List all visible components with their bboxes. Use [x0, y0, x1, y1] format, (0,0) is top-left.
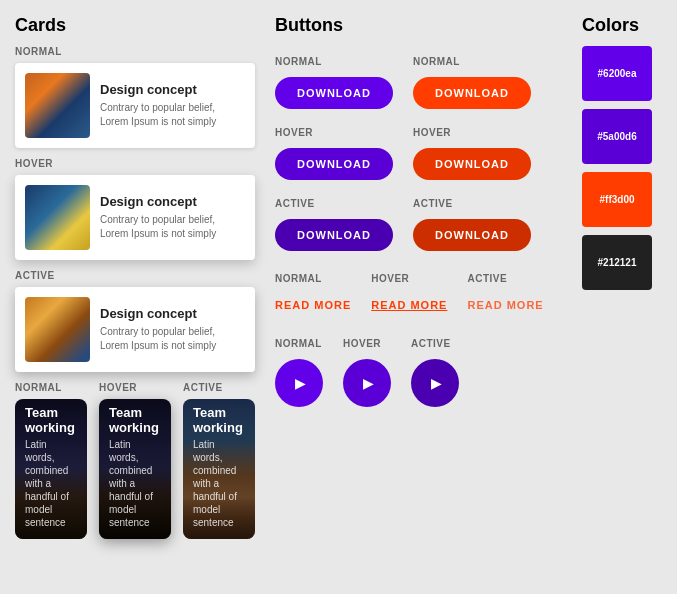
btn-text-hover[interactable]: READ MORE	[371, 294, 447, 316]
colors-title: Colors	[582, 15, 662, 36]
btn-play-hover[interactable]	[343, 359, 391, 407]
button-row-text: NORMAL READ MORE HOVER READ MORE ACTIVE …	[275, 263, 562, 316]
big-card-hover-title: Team working	[109, 405, 161, 435]
btn-play-normal[interactable]	[275, 359, 323, 407]
btn-group-text-active: ACTIVE READ MORE	[467, 263, 543, 316]
btn-group-orange-normal: NORMAL DOWNLOAD	[413, 46, 531, 109]
card-hover-title: Design concept	[100, 194, 245, 209]
btn-purple-normal[interactable]: DOWNLOAD	[275, 77, 393, 109]
btn-purple-normal-label: NORMAL	[275, 56, 393, 67]
card-normal[interactable]: Design concept Contrary to popular belie…	[15, 63, 255, 148]
play-icon-normal	[292, 374, 306, 392]
card-normal-image	[25, 73, 90, 138]
card-normal-label: NORMAL	[15, 46, 255, 57]
big-card-hover-desc: Latin words, combined with a handful of …	[109, 438, 161, 529]
btn-group-purple-active: ACTIVE DOWNLOAD	[275, 188, 393, 251]
btn-orange-hover-label: HOVER	[413, 127, 531, 138]
button-row-play: NORMAL HOVER ACTIVE	[275, 328, 562, 407]
card-hover-content: Design concept Contrary to popular belie…	[100, 194, 245, 241]
card-normal-desc: Contrary to popular belief, Lorem Ipsum …	[100, 101, 245, 129]
btn-orange-active-label: ACTIVE	[413, 198, 531, 209]
btn-orange-hover[interactable]: DOWNLOAD	[413, 148, 531, 180]
btn-orange-normal[interactable]: DOWNLOAD	[413, 77, 531, 109]
color-label-2: #ff3d00	[599, 194, 634, 205]
big-card-hover-wrapper: HOVER Team working Latin words, combined…	[99, 372, 171, 539]
btn-play-normal-label: NORMAL	[275, 338, 323, 349]
big-card-hover-label: HOVER	[99, 382, 171, 393]
color-swatch-3: #212121	[582, 235, 652, 290]
btn-purple-hover[interactable]: DOWNLOAD	[275, 148, 393, 180]
btn-group-text-normal: NORMAL READ MORE	[275, 263, 351, 316]
button-row-active: ACTIVE DOWNLOAD ACTIVE DOWNLOAD	[275, 188, 562, 251]
btn-group-orange-active: ACTIVE DOWNLOAD	[413, 188, 531, 251]
btn-group-play-hover: HOVER	[343, 328, 391, 407]
btn-purple-active-label: ACTIVE	[275, 198, 393, 209]
btn-text-hover-label: HOVER	[371, 273, 447, 284]
color-label-1: #5a00d6	[597, 131, 636, 142]
color-swatch-0: #6200ea	[582, 46, 652, 101]
card-hover-desc: Contrary to popular belief, Lorem Ipsum …	[100, 213, 245, 241]
big-card-active-label: ACTIVE	[183, 382, 255, 393]
card-active[interactable]: Design concept Contrary to popular belie…	[15, 287, 255, 372]
btn-purple-active[interactable]: DOWNLOAD	[275, 219, 393, 251]
big-card-normal-wrapper: NORMAL Team working Latin words, combine…	[15, 372, 87, 539]
cards-section: Cards NORMAL Design concept Contrary to …	[15, 15, 255, 539]
card-active-label: ACTIVE	[15, 270, 255, 281]
big-card-hover-overlay: Team working Latin words, combined with …	[99, 399, 171, 539]
main-layout: Cards NORMAL Design concept Contrary to …	[15, 15, 662, 539]
btn-group-purple-hover: HOVER DOWNLOAD	[275, 117, 393, 180]
btn-text-active[interactable]: READ MORE	[467, 294, 543, 316]
btn-orange-normal-label: NORMAL	[413, 56, 531, 67]
btn-play-hover-label: HOVER	[343, 338, 391, 349]
cards-title: Cards	[15, 15, 255, 36]
btn-purple-hover-label: HOVER	[275, 127, 393, 138]
color-label-3: #212121	[598, 257, 637, 268]
btn-group-orange-hover: HOVER DOWNLOAD	[413, 117, 531, 180]
card-active-image	[25, 297, 90, 362]
card-hover-label: HOVER	[15, 158, 255, 169]
big-cards-container: NORMAL Team working Latin words, combine…	[15, 372, 255, 539]
big-card-active-overlay: Team working Latin words, combined with …	[183, 399, 255, 539]
color-swatch-1: #5a00d6	[582, 109, 652, 164]
btn-text-normal[interactable]: READ MORE	[275, 294, 351, 316]
big-card-normal-desc: Latin words, combined with a handful of …	[25, 438, 77, 529]
btn-group-purple-normal: NORMAL DOWNLOAD	[275, 46, 393, 109]
color-label-0: #6200ea	[598, 68, 637, 79]
big-card-active[interactable]: Team working Latin words, combined with …	[183, 399, 255, 539]
btn-group-text-hover: HOVER READ MORE	[371, 263, 447, 316]
btn-orange-active[interactable]: DOWNLOAD	[413, 219, 531, 251]
card-normal-title: Design concept	[100, 82, 245, 97]
play-icon-active	[428, 374, 442, 392]
btn-text-active-label: ACTIVE	[467, 273, 543, 284]
card-normal-content: Design concept Contrary to popular belie…	[100, 82, 245, 129]
big-card-normal[interactable]: Team working Latin words, combined with …	[15, 399, 87, 539]
card-active-title: Design concept	[100, 306, 245, 321]
btn-play-active[interactable]	[411, 359, 459, 407]
btn-play-active-label: ACTIVE	[411, 338, 459, 349]
card-hover[interactable]: Design concept Contrary to popular belie…	[15, 175, 255, 260]
colors-section: Colors #6200ea #5a00d6 #ff3d00 #212121	[582, 15, 662, 539]
btn-group-play-normal: NORMAL	[275, 328, 323, 407]
big-card-normal-overlay: Team working Latin words, combined with …	[15, 399, 87, 539]
buttons-section: Buttons NORMAL DOWNLOAD NORMAL DOWNLOAD …	[275, 15, 562, 539]
big-card-normal-label: NORMAL	[15, 382, 87, 393]
play-icon-hover	[360, 374, 374, 392]
big-card-active-desc: Latin words, combined with a handful of …	[193, 438, 245, 529]
button-row-normal: NORMAL DOWNLOAD NORMAL DOWNLOAD	[275, 46, 562, 109]
btn-group-play-active: ACTIVE	[411, 328, 459, 407]
btn-text-normal-label: NORMAL	[275, 273, 351, 284]
color-swatch-2: #ff3d00	[582, 172, 652, 227]
buttons-grid: NORMAL DOWNLOAD NORMAL DOWNLOAD HOVER DO…	[275, 46, 562, 407]
button-row-hover: HOVER DOWNLOAD HOVER DOWNLOAD	[275, 117, 562, 180]
big-card-active-wrapper: ACTIVE Team working Latin words, combine…	[183, 372, 255, 539]
buttons-title: Buttons	[275, 15, 562, 36]
big-card-hover[interactable]: Team working Latin words, combined with …	[99, 399, 171, 539]
big-card-normal-title: Team working	[25, 405, 77, 435]
card-active-desc: Contrary to popular belief, Lorem Ipsum …	[100, 325, 245, 353]
big-card-active-title: Team working	[193, 405, 245, 435]
card-hover-image	[25, 185, 90, 250]
card-active-content: Design concept Contrary to popular belie…	[100, 306, 245, 353]
